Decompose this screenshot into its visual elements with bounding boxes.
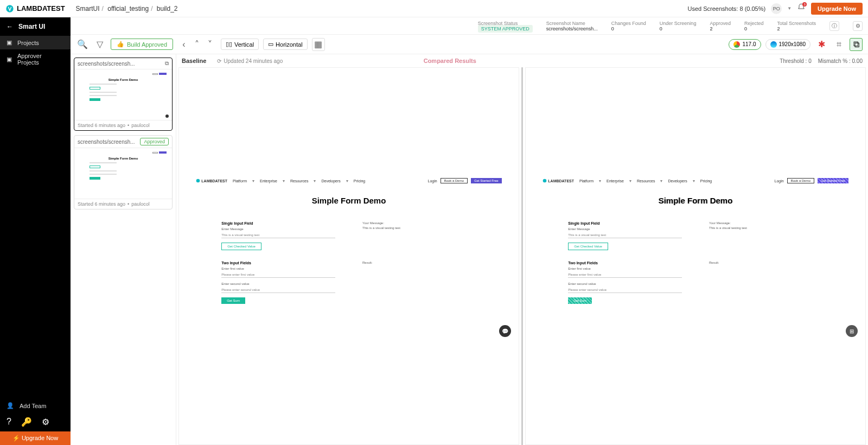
chat-icon[interactable]: 💬 [499, 325, 511, 337]
mismatch-label: Mismatch % : 0.00 [818, 58, 863, 64]
sidebar-item-approver[interactable]: ▣ Approver Projects [0, 49, 71, 69]
key-icon[interactable]: 🔑 [21, 417, 32, 427]
sidebar-add-team[interactable]: 👤 Add Team [0, 399, 71, 412]
grid-view-icon[interactable]: ▦ [312, 38, 325, 51]
stat-name: Screenshot Name screenshots/screensh... [546, 21, 598, 31]
info-icon[interactable]: ⓘ [829, 21, 839, 31]
thumbnail-card[interactable]: screenshots/screensh... ⧉ Simple Form De… [74, 58, 173, 131]
folder-icon: ▣ [7, 39, 12, 46]
horizontal-icon: ▭ [268, 41, 273, 48]
edge-icon [770, 41, 777, 48]
arrow-left-icon: ← [7, 23, 13, 30]
thumb-up-icon: 👍 [117, 41, 124, 48]
toolbar: 🔍 ▽ 👍 Build Approved ‹ ˄ ˅ ▯▯ Vertical ▭… [71, 35, 868, 54]
sidebar-back[interactable]: ← Smart UI [0, 17, 71, 36]
breadcrumb-project[interactable]: official_testing [107, 5, 149, 12]
bug-alt-icon[interactable]: ⌗ [832, 38, 845, 51]
compare-area: Baseline ⟳ Updated 24 minutes ago Compar… [176, 54, 868, 445]
stat-status: Screenshot Status SYSTEM APPROVED [478, 21, 533, 31]
baseline-label: Baseline [182, 58, 206, 64]
stat-rejected: Rejected 0 [744, 21, 764, 31]
chat-icon[interactable]: ⊞ [846, 325, 858, 337]
approved-badge: Approved [140, 138, 169, 145]
gear-icon[interactable]: ⚙ [42, 417, 49, 427]
chevron-down-icon[interactable]: ▼ [787, 6, 792, 11]
chrome-version-pill[interactable]: 117.0 [729, 39, 761, 50]
check-icon: ▣ [7, 56, 12, 63]
threshold-label: Threshold : 0 [780, 58, 811, 64]
thumbnail-preview: Simple Form Demo [74, 148, 172, 199]
thumbnail-preview: Simple Form Demo [74, 69, 172, 120]
sidebar-upgrade-button[interactable]: ⚡ Upgrade Now [0, 431, 71, 445]
used-screenshots: Used Screenshots: 8 (0.05%) [687, 5, 765, 12]
thumbnail-name: screenshots/screensh... [78, 139, 135, 145]
brand-logo[interactable]: LAMBDATEST [5, 4, 65, 13]
svg-point-1 [196, 179, 200, 183]
vertical-view-button[interactable]: ▯▯ Vertical [221, 39, 259, 50]
breadcrumb-smartui[interactable]: SmartUI [76, 5, 100, 12]
avatar[interactable]: PO [771, 3, 782, 14]
main-area: Screenshot Status SYSTEM APPROVED Screen… [71, 17, 868, 445]
breadcrumb-build[interactable]: build_2 [157, 5, 178, 12]
stat-changes: Changes Found 0 [611, 21, 646, 31]
notifications-icon[interactable]: 3 [797, 3, 806, 14]
down-arrow-icon[interactable]: ˅ [203, 38, 216, 51]
search-icon[interactable]: 🔍 [76, 38, 89, 51]
horizontal-view-button[interactable]: ▭ Horizontal [263, 39, 308, 50]
vertical-icon: ▯▯ [226, 41, 232, 48]
updated-label: ⟳ Updated 24 minutes ago [217, 58, 283, 64]
baseline-pane: LAMBDATEST Platform▾ Enterprise▾ Resourc… [178, 67, 519, 445]
bug-icon[interactable]: ✱ [815, 38, 828, 51]
upgrade-now-button[interactable]: Upgrade Now [811, 3, 863, 15]
help-icon[interactable]: ? [7, 417, 11, 427]
top-header: LAMBDATEST SmartUI/ official_testing/ bu… [0, 0, 868, 17]
up-arrow-icon[interactable]: ˄ [190, 38, 203, 51]
thumbnail-name: screenshots/screensh... [78, 61, 135, 67]
compare-icon[interactable]: ⧉ [850, 38, 863, 51]
stat-approved: Approved 2 [710, 21, 731, 31]
lambdatest-icon [5, 4, 14, 13]
svg-point-2 [543, 179, 547, 183]
breadcrumb: SmartUI/ official_testing/ build_2 [76, 5, 178, 12]
clock-icon: ⟳ [217, 58, 221, 64]
stat-total: Total Screenshots 2 [777, 21, 816, 31]
settings-icon[interactable]: ⚙ [853, 21, 863, 31]
pane-divider[interactable] [521, 67, 523, 445]
sidebar-item-projects[interactable]: ▣ Projects [0, 36, 71, 49]
compared-results-label: Compared Results [424, 58, 476, 64]
stats-bar: Screenshot Status SYSTEM APPROVED Screen… [71, 17, 868, 35]
user-plus-icon: 👤 [7, 402, 14, 409]
filter-icon[interactable]: ▽ [93, 38, 106, 51]
resolution-pill[interactable]: 1920x1080 [765, 39, 811, 50]
thumbnails-panel: screenshots/screensh... ⧉ Simple Form De… [71, 54, 176, 445]
stat-screening: Under Screening 0 [660, 21, 697, 31]
copy-icon[interactable]: ⧉ [165, 60, 169, 67]
chrome-icon [733, 41, 740, 48]
prev-arrow-icon[interactable]: ‹ [177, 38, 190, 51]
compared-pane: LAMBDATEST Platform▾ Enterprise▾ Resourc… [525, 67, 866, 445]
thumbnail-card[interactable]: screenshots/screensh... Approved Simple … [74, 135, 173, 209]
build-approved-button[interactable]: 👍 Build Approved [111, 39, 173, 50]
sidebar: ← Smart UI ▣ Projects ▣ Approver Project… [0, 17, 71, 445]
